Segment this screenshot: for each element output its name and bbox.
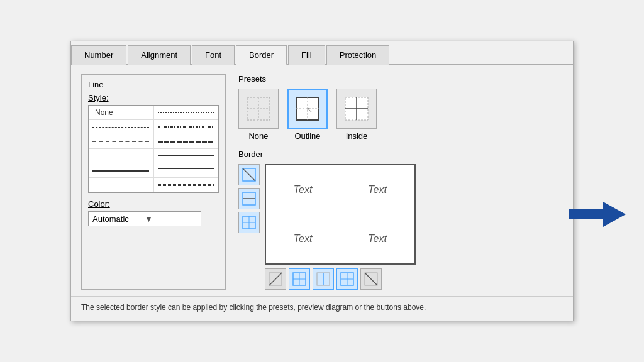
tab-bar: Number Alignment Font Border Fill Protec… [71, 41, 573, 65]
border-all-diag-button[interactable] [336, 268, 358, 290]
tab-border[interactable]: Border [236, 45, 287, 65]
preset-none-label: None [248, 131, 268, 141]
preset-outline: ↖ Outline [287, 89, 328, 141]
svg-text:↖: ↖ [306, 106, 313, 114]
tab-number[interactable]: Number [71, 45, 126, 65]
preset-outline-button[interactable]: ↖ [287, 89, 328, 129]
preset-inside: Inside [336, 89, 377, 141]
svg-line-18 [269, 273, 282, 285]
style-solid3[interactable] [89, 163, 153, 178]
style-double[interactable] [153, 163, 218, 178]
border-diag-tl-icon [269, 272, 282, 286]
style-label: Style: [88, 93, 219, 102]
border-diag-br-button[interactable] [360, 268, 382, 290]
style-dashed1[interactable] [89, 120, 153, 134]
border-preview-cell-4: Text [340, 214, 414, 263]
tab-protection[interactable]: Protection [326, 45, 390, 65]
preset-outline-label: Outline [294, 131, 320, 141]
arrow-indicator [569, 202, 626, 227]
border-vertical-center-icon [316, 272, 330, 286]
border-horizontal-mid-icon [242, 192, 256, 206]
style-none[interactable]: None [89, 106, 153, 120]
preset-inside-button[interactable] [336, 89, 377, 129]
presets-row: None ↖ Outline [238, 89, 563, 141]
border-vertical-center-button[interactable] [313, 268, 334, 290]
border-top-left-diag-button[interactable] [238, 164, 260, 185]
border-top-left-diag-icon [242, 168, 256, 182]
footer-text: The selected border style can be applied… [81, 303, 426, 312]
border-left-buttons [238, 164, 260, 233]
border-preview-wrap: Text Text Text Text [265, 164, 563, 265]
style-dotted2[interactable] [89, 178, 153, 192]
color-dropdown-arrow: ▼ [145, 214, 197, 224]
svg-line-11 [243, 168, 255, 181]
border-preview[interactable]: Text Text Text Text [265, 164, 416, 265]
arrow-shape [569, 202, 626, 227]
preset-outline-icon: ↖ [294, 95, 321, 123]
style-dotted1[interactable] [153, 106, 218, 120]
style-dashes[interactable] [153, 178, 218, 192]
tab-alignment[interactable]: Alignment [128, 45, 191, 65]
style-dash2[interactable] [153, 134, 218, 149]
border-horizontal-mid-button[interactable] [238, 188, 260, 209]
border-preview-cell-2: Text [340, 165, 414, 214]
border-bottom-buttons [265, 268, 563, 290]
style-solid1[interactable] [89, 149, 153, 163]
style-dotdash[interactable] [153, 120, 218, 134]
presets-section: Presets None [238, 74, 563, 141]
border-all-bottom-button[interactable] [289, 268, 310, 290]
footer: The selected border style can be applied… [71, 296, 573, 321]
tab-font[interactable]: Font [192, 45, 235, 65]
border-all-icon [242, 216, 256, 229]
main-content: Line Style: None [71, 65, 573, 296]
border-all-diag-icon [340, 272, 354, 286]
preset-none-icon [245, 95, 272, 123]
right-panel: Presets None [238, 74, 563, 290]
border-all-button[interactable] [238, 212, 260, 233]
border-section: Border [238, 150, 563, 290]
svg-line-28 [365, 273, 377, 285]
color-value: Automatic [92, 214, 145, 224]
line-panel: Line Style: None [81, 74, 226, 290]
color-label: Color: [88, 199, 219, 209]
style-dashdot2[interactable] [89, 134, 153, 149]
border-title: Border [238, 150, 563, 159]
presets-title: Presets [238, 74, 563, 84]
preset-none-button[interactable] [238, 89, 279, 129]
style-grid: None [88, 105, 219, 193]
border-content: Text Text Text Text [238, 164, 563, 265]
format-cells-dialog: Number Alignment Font Border Fill Protec… [70, 41, 574, 321]
preset-inside-label: Inside [346, 131, 368, 141]
border-diag-tl-button[interactable] [265, 268, 286, 290]
border-diag-br-icon [364, 272, 378, 286]
border-preview-cell-1: Text [266, 165, 340, 214]
color-dropdown[interactable]: Automatic ▼ [88, 211, 201, 226]
line-panel-title: Line [88, 80, 219, 89]
preset-inside-icon [343, 95, 370, 123]
border-preview-cell-3: Text [266, 214, 340, 263]
tab-fill[interactable]: Fill [288, 45, 325, 65]
border-all-bottom-icon [292, 272, 306, 286]
style-solid2[interactable] [153, 149, 218, 163]
preset-none: None [238, 89, 279, 141]
